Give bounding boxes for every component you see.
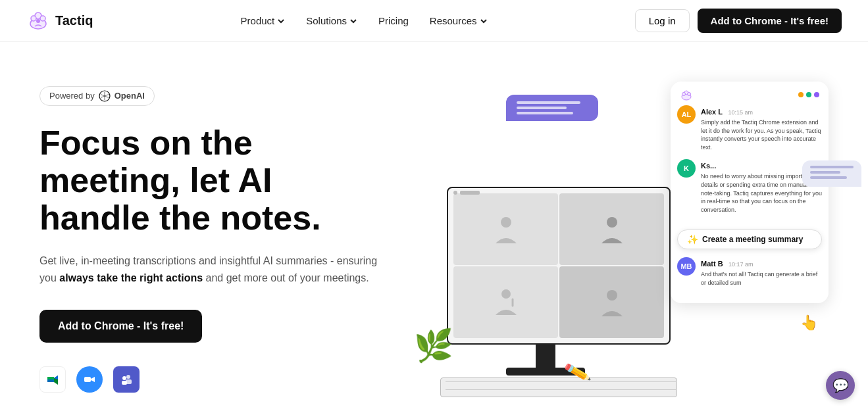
chat-messages-2: MB Matt B 10:17 am And that's not all! T… <box>671 257 829 303</box>
msg-text-alex: Simply add the Tactiq Chrome extension a… <box>701 118 822 151</box>
add-to-chrome-button-nav[interactable]: Add to Chrome - It's free! <box>698 9 842 33</box>
nav-actions: Log in Add to Chrome - It's free! <box>635 9 842 33</box>
svg-rect-9 <box>117 370 136 389</box>
summary-btn-label: Create a meeting summary <box>702 235 803 244</box>
svg-point-18 <box>607 290 617 301</box>
svg-point-12 <box>122 376 126 380</box>
msg-time-alex: 10:15 am <box>728 109 753 116</box>
chevron-down-icon <box>277 17 285 25</box>
openai-icon <box>99 90 111 102</box>
msg-name-ks: Ks... <box>701 162 716 170</box>
openai-text: OpenAI <box>115 91 145 101</box>
chat-support-icon: 💬 <box>832 377 849 393</box>
cursor-hand-icon: 👆 <box>800 314 818 331</box>
msg-time-matt: 10:17 am <box>728 261 753 268</box>
svg-point-2 <box>31 16 36 21</box>
powered-text: Powered by <box>49 91 95 101</box>
msg-content-alex: Alex L 10:15 am Simply add the Tactiq Ch… <box>701 105 822 151</box>
video-cell-4 <box>559 266 664 338</box>
svg-point-15 <box>607 217 617 228</box>
login-button[interactable]: Log in <box>635 9 690 32</box>
svg-point-21 <box>682 93 686 96</box>
hero-subtitle: Get live, in-meeting transcriptions and … <box>39 253 382 286</box>
hero-right: 🌿 ✏️ AL <box>434 82 829 397</box>
chat-message-ks: K Ks... No need to worry about missing i… <box>677 159 822 214</box>
svg-rect-13 <box>122 381 127 385</box>
navbar: Tactiq Product Solutions Pricing Resourc… <box>0 0 868 42</box>
logo-link[interactable]: Tactiq <box>26 9 93 33</box>
svg-point-14 <box>501 217 511 228</box>
hero-title: Focus on the meeting, let AI handle the … <box>39 124 382 237</box>
chat-message-alex: AL Alex L 10:15 am Simply add the Tactiq… <box>677 105 822 151</box>
video-cell-3 <box>453 266 558 338</box>
speech-bubble-left <box>506 95 598 121</box>
chevron-down-icon <box>480 17 488 25</box>
chat-message-matt: MB Matt B 10:17 am And that's not all! T… <box>677 257 822 287</box>
avatar-alex: AL <box>677 105 696 124</box>
zoom-icon <box>76 366 103 393</box>
teams-icon <box>113 366 140 393</box>
nav-links: Product Solutions Pricing Resources <box>241 15 488 26</box>
tactiq-chat-logo <box>680 88 693 101</box>
google-meet-icon <box>39 366 66 393</box>
create-meeting-summary-button[interactable]: ✨ Create a meeting summary <box>677 230 822 249</box>
nav-solutions[interactable]: Solutions <box>306 15 357 26</box>
svg-point-3 <box>40 16 45 21</box>
svg-point-10 <box>126 375 130 379</box>
plant-illustration: 🌿 <box>414 328 453 364</box>
powered-badge: Powered by OpenAI <box>39 86 155 106</box>
hero-left: Powered by OpenAI Focus on the meeting, … <box>39 86 382 393</box>
svg-point-16 <box>501 289 511 299</box>
nav-product[interactable]: Product <box>241 15 286 26</box>
svg-point-4 <box>36 19 40 23</box>
svg-rect-8 <box>84 377 91 382</box>
nav-pricing[interactable]: Pricing <box>378 15 409 26</box>
speech-bubble-right <box>802 160 861 187</box>
integrations-row <box>39 366 382 393</box>
chat-card: AL Alex L 10:15 am Simply add the Tactiq… <box>671 82 829 303</box>
nav-resources[interactable]: Resources <box>430 15 488 26</box>
video-cell-2 <box>559 193 664 265</box>
msg-content-matt: Matt B 10:17 am And that's not all! Tact… <box>701 257 822 287</box>
avatar-matt: MB <box>677 257 696 276</box>
logo-icon <box>26 9 50 33</box>
sparkle-icon: ✨ <box>687 234 698 245</box>
chevron-down-icon <box>349 17 357 25</box>
chat-card-header <box>671 82 829 105</box>
svg-point-22 <box>688 93 691 96</box>
msg-text-matt: And that's not all! Tactiq can generate … <box>701 270 822 287</box>
msg-name-alex: Alex L <box>701 108 723 116</box>
add-to-chrome-button-hero[interactable]: Add to Chrome - It's free! <box>39 310 202 343</box>
logo-text: Tactiq <box>55 13 93 28</box>
msg-name-matt: Matt B <box>701 260 723 268</box>
video-cell-1 <box>453 193 558 265</box>
avatar-ks: K <box>677 159 696 178</box>
chat-support-button[interactable]: 💬 <box>826 371 855 400</box>
hero-section: Powered by OpenAI Focus on the meeting, … <box>0 42 868 413</box>
chat-card-dots <box>798 92 819 97</box>
